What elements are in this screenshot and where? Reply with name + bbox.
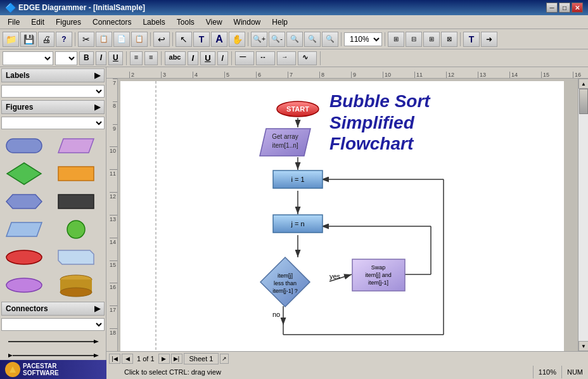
undo-button[interactable]: ↩ <box>153 32 170 47</box>
ruler-v-16: 16 <box>110 283 117 305</box>
grid-btn2[interactable]: ⊟ <box>406 32 422 47</box>
shape-cylinder-gold[interactable] <box>54 273 98 298</box>
labels-dropdown[interactable] <box>1 85 105 98</box>
zoom-fit2-button[interactable]: 🔍 <box>304 32 321 47</box>
labels-arrow: ▶ <box>94 71 100 80</box>
menu-connectors[interactable]: Connectors <box>87 16 136 28</box>
grid-btn3[interactable]: ⊞ <box>423 32 440 47</box>
scroll-up-button[interactable]: ▲ <box>578 79 588 89</box>
curve1-button[interactable]: ∿ <box>298 51 317 65</box>
canvas-scroll[interactable]: Bubble SortSimplifiedFlowchart <box>118 79 578 351</box>
node-i1[interactable]: i = 1 <box>272 170 323 189</box>
ruler-mark-6: 6 <box>256 72 288 78</box>
zoom-fit-button[interactable]: 🔍 <box>286 32 303 47</box>
italic-button[interactable]: I <box>96 51 106 65</box>
ruler-mark-16: 16 <box>573 72 588 78</box>
shape-rect-black[interactable] <box>54 189 98 214</box>
nav-prev-button[interactable]: ◀ <box>122 354 133 364</box>
hand-tool[interactable]: ✋ <box>229 32 245 47</box>
labels-section-header[interactable]: Labels ▶ <box>1 68 105 82</box>
grid-btn1[interactable]: ⊞ <box>388 32 404 47</box>
grid-btn4[interactable]: ⊠ <box>441 32 457 47</box>
paste2-button[interactable]: 📋 <box>131 32 148 47</box>
shape-rect-light-blue[interactable] <box>54 245 98 270</box>
textU-button[interactable]: U <box>200 51 215 65</box>
scroll-down-button[interactable]: ▼ <box>578 341 588 351</box>
label-no: no <box>272 311 280 318</box>
abc-button[interactable]: abc <box>165 51 186 65</box>
ruler-v-8: 8 <box>113 101 117 124</box>
sheet-tab[interactable]: Sheet 1 <box>184 353 219 364</box>
shape-parallelogram-purple[interactable] <box>54 133 98 158</box>
nav-last-button[interactable]: ▶| <box>171 354 182 364</box>
zoom-fit3-button[interactable]: 🔍 <box>322 32 338 47</box>
line2-button[interactable]: - - <box>256 51 275 65</box>
shape-rect-orange[interactable] <box>54 161 98 186</box>
menu-labels[interactable]: Labels <box>137 16 170 28</box>
node-getarray[interactable]: Get array item[1..n] <box>259 127 312 157</box>
menu-help[interactable]: Help <box>267 16 293 28</box>
maximize-button[interactable]: □ <box>559 3 570 13</box>
connectors-section-header[interactable]: Connectors ▶ <box>1 302 105 316</box>
shape-circle-green[interactable] <box>54 217 98 242</box>
select-tool[interactable]: ↖ <box>176 32 192 47</box>
figures-section-header[interactable]: Figures ▶ <box>1 100 105 114</box>
paste-button[interactable]: 📄 <box>113 32 130 47</box>
zoom-in-button[interactable]: 🔍+ <box>251 32 267 47</box>
menu-window[interactable]: Window <box>229 16 266 28</box>
zoom-out-button[interactable]: 🔍- <box>269 32 285 47</box>
bigtext-tool[interactable]: A <box>211 32 227 47</box>
nav-next-button[interactable]: ▶ <box>158 354 170 364</box>
minimize-button[interactable]: ─ <box>546 3 558 13</box>
align-center-button[interactable]: ≡ <box>144 51 157 65</box>
canvas-area: 2 3 4 5 6 7 8 9 10 11 12 13 14 15 16 17 … <box>106 67 588 365</box>
shape-hexagon-blue[interactable] <box>3 189 46 214</box>
node-diamond[interactable]: item[j] less than item[j-1] ? <box>259 255 312 309</box>
connector-arrow1[interactable] <box>3 335 103 349</box>
title-bar-controls[interactable]: ─ □ ✕ <box>546 3 583 13</box>
font-size-select[interactable] <box>55 51 77 65</box>
scroll-track[interactable] <box>578 89 588 341</box>
textI-button[interactable]: I <box>188 51 199 65</box>
font-name-select[interactable] <box>3 51 53 65</box>
svg-marker-1 <box>58 139 94 153</box>
zoom-select[interactable]: 110% 100% 75% 50% 150% <box>344 32 382 46</box>
menu-file[interactable]: File <box>3 16 25 28</box>
bold-button[interactable]: B <box>79 51 94 65</box>
nav-first-button[interactable]: |◀ <box>109 354 120 364</box>
menu-view[interactable]: View <box>201 16 227 28</box>
connectors-dropdown[interactable] <box>1 318 105 331</box>
copy-button[interactable]: 📋 <box>96 32 112 47</box>
arrow-tool[interactable]: ➜ <box>481 32 497 47</box>
node-jn[interactable]: j = n <box>272 214 323 233</box>
svg-text:item[j] and: item[j] and <box>365 272 392 278</box>
line3-button[interactable]: → <box>277 51 296 65</box>
node-swap[interactable]: Swap item[j] and item[j-1] <box>352 259 406 292</box>
text-tool[interactable]: T <box>193 32 210 47</box>
shape-diamond-green[interactable] <box>3 161 46 186</box>
menu-tools[interactable]: Tools <box>172 16 200 28</box>
shape-ellipse-purple[interactable] <box>3 273 46 298</box>
shape-parallelogram-blue[interactable] <box>3 217 46 242</box>
underline-button[interactable]: U <box>108 51 123 65</box>
svg-marker-21 <box>8 364 18 365</box>
slash-button[interactable]: / <box>217 51 229 65</box>
right-scrollbar[interactable]: ▲ ▼ <box>578 79 588 351</box>
save-button[interactable]: 💾 <box>20 32 37 47</box>
menu-figures[interactable]: Figures <box>51 16 86 28</box>
menu-edit[interactable]: Edit <box>26 16 49 28</box>
new-button[interactable]: 📁 <box>3 32 19 47</box>
line1-button[interactable]: — <box>235 51 254 65</box>
nav-add-sheet[interactable]: ↗ <box>220 354 229 364</box>
cut-button[interactable]: ✂ <box>78 32 94 47</box>
svg-text:item[j-1]: item[j-1] <box>368 279 388 286</box>
node-start[interactable]: START <box>276 100 320 118</box>
figures-dropdown[interactable] <box>1 117 105 129</box>
help-button[interactable]: ? <box>56 32 72 47</box>
align-left-button[interactable]: ≡ <box>130 51 143 65</box>
shape-ellipse-red[interactable] <box>3 245 46 270</box>
print-button[interactable]: 🖨 <box>38 32 54 47</box>
close-button[interactable]: ✕ <box>572 3 583 13</box>
shape-rounded-rect[interactable] <box>3 133 46 158</box>
font-tool[interactable]: T <box>463 32 480 47</box>
